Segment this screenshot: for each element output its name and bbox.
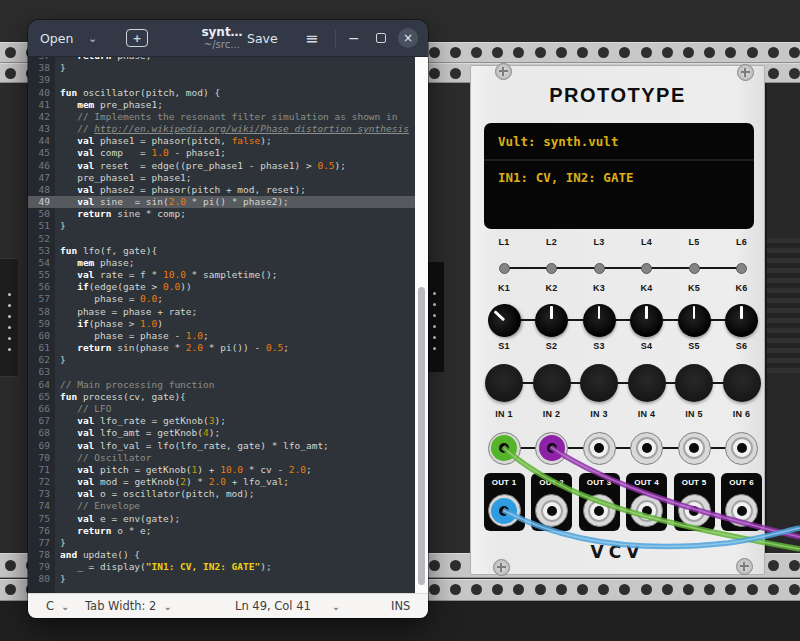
code-line[interactable]: mem pre_phase1; — [55, 99, 415, 111]
code-token: false — [232, 135, 261, 146]
input-label: IN 1 — [495, 409, 513, 419]
input-jack[interactable] — [678, 432, 711, 465]
code-view[interactable]: return phase;}fun oscillator(pitch, mod)… — [55, 57, 415, 593]
text-editor-window: Open ⌄ + synt… ~/src… Save ≡ − × 3738394… — [28, 20, 428, 618]
panel-dot-icon — [433, 292, 436, 295]
code-line[interactable]: val phase2 = phasor(pitch + mod, reset); — [55, 184, 415, 196]
code-line[interactable]: phase = phase - 1.0; — [55, 330, 415, 342]
code-editor-area[interactable]: 3738394041424344454647484950515253545556… — [28, 57, 428, 593]
scrollbar-thumb[interactable] — [418, 287, 425, 585]
code-line[interactable]: val lfo_rate = getKnob(3); — [55, 415, 415, 427]
close-button[interactable]: × — [398, 20, 418, 56]
code-line[interactable]: // http://en.wikipedia.org/wiki/Phase_di… — [55, 123, 415, 135]
push-button[interactable] — [628, 364, 666, 402]
code-line[interactable]: mem phase; — [55, 257, 415, 269]
rail-hole-icon — [5, 560, 16, 571]
output-jack[interactable] — [725, 494, 758, 527]
language-selector[interactable]: C ⌄ — [46, 594, 69, 618]
code-line[interactable]: val sine = sin(2.0 * pi() * phase2); — [55, 196, 415, 208]
code-line[interactable]: val e = env(gate); — [55, 513, 415, 525]
output-jack[interactable] — [488, 494, 521, 527]
code-line[interactable]: and update() { — [55, 549, 415, 561]
code-line[interactable]: return o * e; — [55, 525, 415, 537]
minimize-button[interactable]: − — [348, 20, 360, 56]
code-line[interactable]: val reset = edge((pre_phase1 - phase1) >… — [55, 160, 415, 172]
knob[interactable] — [725, 304, 758, 337]
code-line[interactable]: val lfo_amt = getKnob(4); — [55, 427, 415, 439]
open-button[interactable]: Open — [40, 20, 73, 56]
knob-label: K5 — [688, 283, 700, 293]
line-number: 52 — [28, 233, 55, 245]
knob[interactable] — [678, 304, 711, 337]
push-button[interactable] — [675, 364, 713, 402]
open-chevron-down-icon[interactable]: ⌄ — [88, 20, 97, 56]
code-line[interactable]: val phase1 = phasor(pitch, false); — [55, 135, 415, 147]
scrollbar-track[interactable] — [415, 57, 428, 593]
headerbar: Open ⌄ + synt… ~/src… Save ≡ − × — [28, 20, 428, 57]
code-token: // Envelope — [60, 500, 140, 511]
push-button[interactable] — [485, 364, 523, 402]
code-line[interactable] — [55, 366, 415, 378]
code-line[interactable]: val mod = getKnob(2) * 2.0 + lfo_val; — [55, 476, 415, 488]
save-button[interactable]: Save — [247, 20, 278, 56]
input-jack[interactable] — [535, 432, 568, 465]
code-line[interactable]: if(edge(gate > 0.0)) — [55, 281, 415, 293]
code-line[interactable]: } — [55, 354, 415, 366]
code-line[interactable] — [55, 233, 415, 245]
code-line[interactable]: fun oscillator(pitch, mod) { — [55, 87, 415, 99]
output-jack[interactable] — [630, 494, 663, 527]
input-jack[interactable] — [583, 432, 616, 465]
code-line[interactable]: return sine * comp; — [55, 208, 415, 220]
code-line[interactable]: } — [55, 573, 415, 585]
code-line[interactable]: if(phase > 1.0) — [55, 318, 415, 330]
tab-width-selector[interactable]: Tab Width: 2 ⌄ — [85, 594, 172, 618]
code-line[interactable]: return sin(phase * 2.0 * pi()) - 0.5; — [55, 342, 415, 354]
output-jack[interactable] — [583, 494, 616, 527]
knob[interactable] — [583, 304, 616, 337]
code-line[interactable]: // Implements the resonant filter simula… — [55, 111, 415, 123]
led-indicator — [594, 263, 605, 274]
output-jack[interactable] — [678, 494, 711, 527]
knob[interactable] — [630, 304, 663, 337]
code-line[interactable]: } — [55, 62, 415, 74]
input-jack[interactable] — [488, 432, 521, 465]
menu-button[interactable]: ≡ — [305, 20, 318, 56]
neighbor-module-edge — [427, 262, 444, 372]
knob[interactable] — [535, 304, 568, 337]
code-line[interactable]: val lfo_val = lfo(lfo_rate, gate) * lfo_… — [55, 440, 415, 452]
code-token: fun — [60, 391, 77, 402]
input-jack[interactable] — [725, 432, 758, 465]
code-line[interactable]: val o = oscillator(pitch, mod); — [55, 488, 415, 500]
code-line[interactable]: phase = 0.0; — [55, 293, 415, 305]
code-line[interactable]: fun lfo(f, gate){ — [55, 245, 415, 257]
new-tab-button[interactable]: + — [126, 20, 148, 56]
rail-hole-icon — [619, 47, 630, 58]
code-line[interactable]: // LFO — [55, 403, 415, 415]
code-line[interactable]: phase = phase + rate; — [55, 306, 415, 318]
cursor-position-selector[interactable]: Ln 49, Col 41 ⌄ — [235, 594, 340, 618]
restore-button[interactable] — [376, 20, 386, 56]
code-line[interactable]: _ = display("IN1: CV, IN2: GATE"); — [55, 561, 415, 573]
code-line[interactable]: // Oscillator — [55, 452, 415, 464]
code-line[interactable]: // Envelope — [55, 500, 415, 512]
push-button[interactable] — [723, 364, 761, 402]
code-token: if — [77, 318, 88, 329]
code-line[interactable]: fun process(cv, gate){ — [55, 391, 415, 403]
code-token: 1.0 — [140, 318, 157, 329]
output-jack[interactable] — [535, 494, 568, 527]
code-line[interactable]: // Main processing function — [55, 379, 415, 391]
code-line[interactable]: val comp = 1.0 - phase1; — [55, 147, 415, 159]
code-line[interactable]: val rate = f * 10.0 * sampletime(); — [55, 269, 415, 281]
neighbor-module-left — [0, 258, 18, 377]
push-button[interactable] — [580, 364, 618, 402]
code-token: val — [77, 160, 94, 171]
code-line[interactable]: } — [55, 220, 415, 232]
input-jack[interactable] — [630, 432, 663, 465]
code-line[interactable]: pre_phase1 = phase1; — [55, 172, 415, 184]
rail-hole-icon — [535, 47, 546, 58]
code-line[interactable]: val pitch = getKnob(1) + 10.0 * cv - 2.0… — [55, 464, 415, 476]
knob[interactable] — [481, 297, 528, 344]
push-button[interactable] — [533, 364, 571, 402]
code-line[interactable] — [55, 74, 415, 86]
code-line[interactable]: } — [55, 537, 415, 549]
